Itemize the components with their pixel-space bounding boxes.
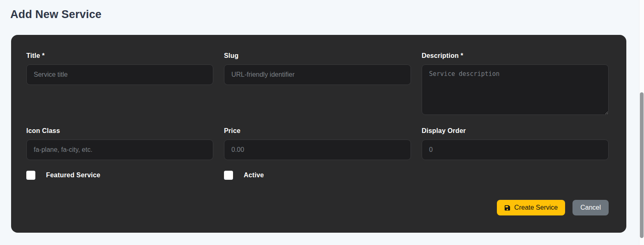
slug-label: Slug	[224, 52, 411, 60]
active-checkbox[interactable]	[224, 171, 233, 180]
title-label: Title *	[26, 52, 213, 60]
display-order-label: Display Order	[422, 127, 609, 135]
checkbox-row-spacer	[422, 171, 609, 180]
page-scrollbar-thumb[interactable]	[640, 92, 644, 238]
price-input[interactable]	[224, 140, 411, 160]
cancel-button-label: Cancel	[580, 204, 601, 211]
create-service-button[interactable]: Create Service	[497, 200, 565, 215]
page: Add New Service Title * Slug Description…	[0, 0, 644, 245]
description-label: Description *	[422, 52, 609, 60]
slug-input[interactable]	[224, 64, 411, 85]
featured-service-checkbox-group[interactable]: Featured Service	[26, 171, 213, 180]
add-service-form-card: Title * Slug Description * Icon Class Pr…	[11, 35, 626, 233]
price-field-group: Price	[224, 127, 411, 160]
description-textarea[interactable]	[422, 64, 609, 115]
icon-class-label: Icon Class	[26, 127, 213, 135]
featured-service-label: Featured Service	[46, 172, 100, 179]
display-order-field-group: Display Order	[422, 127, 609, 160]
description-field-group: Description *	[422, 52, 609, 115]
title-input[interactable]	[26, 64, 213, 85]
cancel-button[interactable]: Cancel	[572, 200, 609, 215]
page-scrollbar-track[interactable]	[639, 0, 644, 245]
page-title: Add New Service	[10, 8, 102, 21]
icon-class-field-group: Icon Class	[26, 127, 213, 160]
form-actions: Create Service Cancel	[26, 200, 609, 215]
display-order-input[interactable]	[422, 140, 609, 160]
featured-service-checkbox[interactable]	[26, 171, 35, 180]
checkbox-row: Featured Service Active	[26, 171, 609, 180]
title-field-group: Title *	[26, 52, 213, 115]
create-service-button-label: Create Service	[514, 204, 558, 211]
active-label: Active	[244, 172, 264, 179]
icon-class-input[interactable]	[26, 140, 213, 160]
active-checkbox-group[interactable]: Active	[224, 171, 411, 180]
floppy-disk-save-icon	[504, 205, 510, 211]
price-label: Price	[224, 127, 411, 135]
slug-field-group: Slug	[224, 52, 411, 115]
form-grid: Title * Slug Description * Icon Class Pr…	[26, 52, 609, 160]
